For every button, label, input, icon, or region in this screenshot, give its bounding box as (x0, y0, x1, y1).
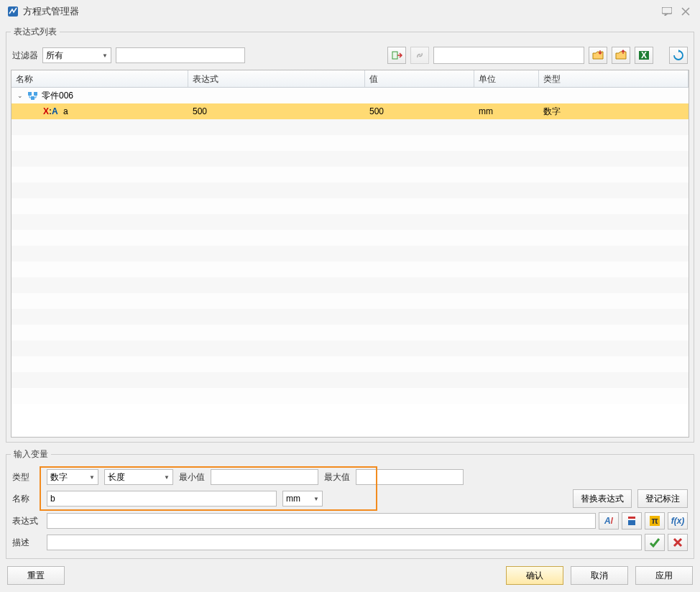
filter-text-input[interactable] (116, 47, 245, 63)
description-label: 描述 (12, 537, 47, 549)
svg-rect-5 (28, 92, 32, 96)
reject-icon[interactable] (668, 534, 688, 551)
app-icon (7, 6, 19, 17)
cell-type: 数字 (539, 104, 689, 119)
svg-text:X: X (641, 50, 647, 60)
expression-input[interactable] (47, 513, 596, 529)
chevron-down-icon: ▼ (164, 474, 170, 481)
max-input[interactable] (356, 469, 464, 485)
table-row[interactable]: X:A a 500 500 mm 数字 (11, 103, 689, 119)
description-input[interactable] (47, 535, 642, 550)
font-italic-icon[interactable]: A/ (599, 512, 619, 529)
search-input[interactable] (433, 47, 584, 64)
grid-header: 名称 表达式 值 单位 类型 (11, 70, 689, 88)
unit-combo[interactable]: mm▼ (282, 491, 323, 507)
braces-icon[interactable] (622, 512, 642, 529)
chevron-down-icon: ▼ (89, 474, 95, 481)
input-variable-legend: 输入变量 (11, 448, 51, 461)
input-form: 类型 数字▼ 长度▼ 最小值 最大值 名称 mm▼ 替换 (11, 466, 689, 554)
cell-unit: mm (474, 105, 539, 118)
col-expr[interactable]: 表达式 (188, 70, 365, 87)
svg-rect-6 (34, 92, 37, 96)
link-button[interactable] (410, 47, 429, 64)
pi-icon[interactable]: π (645, 512, 665, 529)
close-icon[interactable] (678, 4, 693, 19)
open-folder-button[interactable] (589, 47, 607, 64)
row-name: a (63, 106, 68, 116)
expression-list-panel: 表达式列表 过滤器 所有 ▼ X (6, 26, 694, 443)
svg-text:π: π (651, 516, 658, 526)
type-label: 类型 (12, 471, 47, 484)
max-label: 最大值 (324, 471, 350, 484)
reset-button[interactable]: 重置 (7, 566, 65, 585)
svg-rect-7 (31, 96, 34, 100)
accept-icon[interactable] (645, 534, 665, 551)
variable-icon: X:A (43, 106, 58, 116)
ok-button[interactable]: 确认 (506, 566, 563, 585)
refresh-button[interactable] (669, 47, 688, 64)
part-icon (27, 90, 39, 101)
svg-rect-2 (392, 52, 397, 59)
replace-expression-button[interactable]: 替换表达式 (573, 489, 632, 508)
col-unit[interactable]: 单位 (474, 70, 539, 87)
filter-toolbar: 过滤器 所有 ▼ X (11, 44, 689, 70)
export-folder-button[interactable] (612, 47, 630, 64)
dialog-button-bar: 重置 确认 取消 应用 (0, 562, 700, 592)
svg-rect-1 (662, 7, 672, 14)
name-input[interactable] (47, 491, 277, 507)
collapse-icon[interactable]: ⌄ (16, 92, 24, 99)
col-type[interactable]: 类型 (539, 70, 689, 87)
feedback-icon[interactable] (660, 4, 674, 19)
quantity-combo[interactable]: 长度▼ (104, 469, 173, 485)
col-name[interactable]: 名称 (11, 70, 188, 87)
tree-group-label: 零件006 (42, 90, 689, 102)
titlebar: 方程式管理器 (0, 0, 700, 23)
expression-grid: 名称 表达式 值 单位 类型 ⌄ 零件006 X:A a (11, 70, 689, 438)
grid-body[interactable]: ⌄ 零件006 X:A a 500 500 mm 数字 (11, 88, 689, 437)
cancel-button[interactable]: 取消 (571, 566, 628, 585)
excel-button[interactable]: X (635, 47, 653, 64)
cell-value: 500 (365, 105, 474, 118)
chevron-down-icon: ▼ (313, 496, 319, 502)
filter-combo-value: 所有 (46, 50, 63, 62)
type-combo[interactable]: 数字▼ (47, 469, 98, 485)
chevron-down-icon: ▼ (102, 52, 108, 59)
input-variable-panel: 输入变量 类型 数字▼ 长度▼ 最小值 最大值 名称 mm▼ (6, 448, 694, 559)
cell-expr: 500 (188, 105, 365, 118)
svg-rect-8 (628, 517, 635, 519)
min-input[interactable] (211, 469, 318, 485)
filter-combo[interactable]: 所有 ▼ (42, 47, 111, 63)
function-icon[interactable]: f(x) (668, 512, 688, 529)
svg-rect-9 (628, 520, 635, 525)
expression-label: 表达式 (12, 515, 47, 527)
empty-rows (11, 119, 689, 404)
col-value[interactable]: 值 (365, 70, 474, 87)
insert-button[interactable] (387, 47, 406, 64)
cell-name: X:A a (11, 105, 188, 118)
min-label: 最小值 (179, 471, 205, 484)
window-title: 方程式管理器 (23, 5, 655, 18)
register-annotation-button[interactable]: 登记标注 (637, 489, 688, 508)
filter-label: 过滤器 (12, 50, 38, 62)
apply-button[interactable]: 应用 (635, 566, 693, 585)
expression-list-legend: 表达式列表 (11, 26, 60, 38)
tree-group-row[interactable]: ⌄ 零件006 (11, 88, 689, 103)
name-label: 名称 (12, 493, 47, 505)
equation-manager-window: 方程式管理器 表达式列表 过滤器 所有 ▼ (0, 0, 700, 592)
